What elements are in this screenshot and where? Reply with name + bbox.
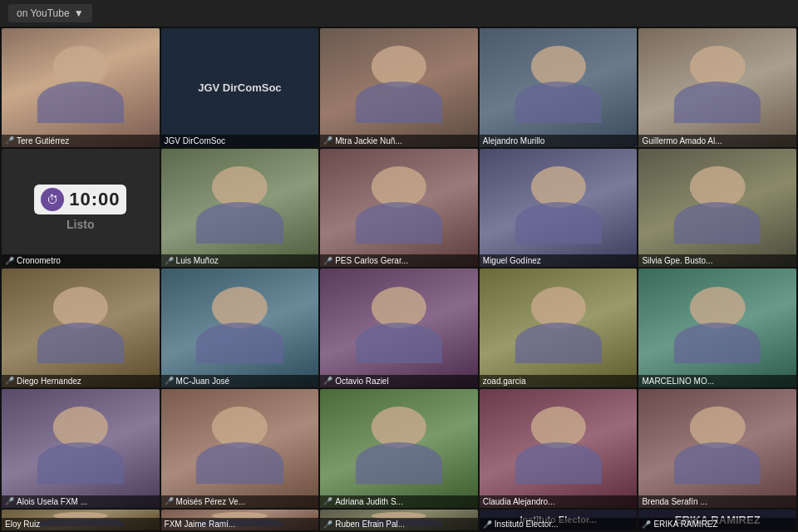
- participant-cell-21[interactable]: Eloy Ruiz: [2, 510, 160, 530]
- nameplate-text: JGV DirComSoc: [194, 77, 285, 98]
- participant-cell-20[interactable]: Brenda Serafín ...: [638, 389, 796, 508]
- participant-cell-22[interactable]: FXM Jaime Ramí...: [161, 510, 319, 530]
- participant-cell-23[interactable]: 🎤 Ruben Efrain Pal...: [320, 510, 478, 530]
- mic-muted-icon: 🎤: [5, 257, 14, 265]
- video-grid: 🎤 Tere Gutiérrez JGV DirComSoc JGV DirCo…: [0, 27, 798, 532]
- participant-name: Instituto Elector...: [495, 520, 559, 529]
- mic-muted-icon: 🎤: [165, 257, 174, 265]
- participant-name: Miguel Godínez: [483, 256, 541, 265]
- participant-cell-2[interactable]: JGV DirComSoc JGV DirComSoc: [161, 28, 319, 147]
- participant-name: Luis Muñoz: [176, 256, 219, 265]
- participant-cell-13[interactable]: 🎤 Octavio Raziel: [320, 268, 478, 387]
- participant-name: Tere Gutiérrez: [17, 136, 69, 145]
- participant-cell-8[interactable]: 🎤 PES Carlos Gerar...: [320, 149, 478, 268]
- participant-name: Diego Hernandez: [17, 377, 81, 386]
- mic-muted-icon: 🎤: [483, 520, 492, 529]
- participant-name: Mtra Jackie Nuñ...: [335, 136, 402, 145]
- participant-cell-11[interactable]: 🎤 Diego Hernandez: [2, 268, 160, 387]
- participant-name: zoad.garcia: [483, 377, 526, 386]
- timer-label: Listo: [66, 218, 94, 231]
- participant-cell-5[interactable]: Guillermo Amado Al...: [638, 28, 796, 147]
- participant-name: Guillermo Amado Al...: [642, 136, 722, 145]
- participant-cell-25[interactable]: ERIKA RAMIREZ 🎤 ERIKA RAMIREZ: [638, 510, 796, 530]
- participant-cell-3[interactable]: 🎤 Mtra Jackie Nuñ...: [320, 28, 478, 147]
- mic-muted-icon: 🎤: [323, 520, 332, 529]
- participant-name: MARCELINO MO...: [642, 377, 714, 386]
- mic-muted-icon: 🎤: [165, 497, 174, 505]
- participant-name: FXM Jaime Ramí...: [165, 520, 236, 529]
- mic-muted-icon: 🎤: [323, 377, 332, 385]
- participant-name: Octavio Raziel: [335, 377, 388, 386]
- mic-muted-icon: 🎤: [5, 497, 14, 505]
- chevron-down-icon: ▼: [74, 7, 84, 19]
- participant-cell-14[interactable]: zoad.garcia: [480, 268, 638, 387]
- mic-muted-icon: 🎤: [642, 520, 651, 529]
- youtube-button[interactable]: on YouTube ▼: [8, 4, 92, 22]
- participant-name: MC-Juan José: [176, 377, 229, 386]
- timer-display: 10:00: [69, 189, 120, 210]
- participant-name: Silvia Gpe. Busto...: [642, 256, 712, 265]
- mic-muted-icon: 🎤: [165, 377, 174, 385]
- participant-name: Brenda Serafín ...: [642, 497, 707, 506]
- mic-muted-icon: 🎤: [5, 136, 14, 145]
- participant-cell-4[interactable]: Alejandro Murillo: [480, 28, 638, 147]
- participant-name: Ruben Efrain Pal...: [335, 520, 405, 529]
- participant-name: Alois Usela FXM ...: [17, 497, 87, 506]
- participant-cell-12[interactable]: 🎤 MC-Juan José: [161, 268, 319, 387]
- participant-cell-10[interactable]: Silvia Gpe. Busto...: [638, 149, 796, 268]
- youtube-label: on YouTube: [17, 7, 70, 19]
- participant-name: Cronometro: [17, 256, 61, 265]
- participant-name: Claudia Alejandro...: [483, 497, 555, 506]
- participant-cell-1[interactable]: 🎤 Tere Gutiérrez: [2, 28, 160, 147]
- participant-cell-17[interactable]: 🎤 Moisés Pérez Ve...: [161, 389, 319, 508]
- participant-cell-6[interactable]: ⏱ 10:00 Listo 🎤 Cronometro: [2, 149, 160, 268]
- participant-cell-15[interactable]: MARCELINO MO...: [638, 268, 796, 387]
- participant-name: ERIKA RAMIREZ: [653, 520, 717, 529]
- participant-name: Eloy Ruiz: [5, 520, 40, 529]
- participant-cell-24[interactable]: Instituto Elector... 🎤 Instituto Elector…: [480, 510, 638, 530]
- participant-name: Moisés Pérez Ve...: [176, 497, 245, 506]
- mic-muted-icon: 🎤: [323, 136, 332, 145]
- mic-muted-icon: 🎤: [323, 257, 332, 265]
- participant-cell-7[interactable]: 🎤 Luis Muñoz: [161, 149, 319, 268]
- timer-logo: ⏱: [41, 188, 64, 211]
- mic-muted-icon: 🎤: [5, 377, 14, 385]
- participant-cell-19[interactable]: Claudia Alejandro...: [480, 389, 638, 508]
- participant-cell-9[interactable]: Miguel Godínez: [480, 149, 638, 268]
- app-container: on YouTube ▼ 🎤 Tere Gutiérrez JGV DirCom…: [0, 0, 798, 532]
- participant-cell-18[interactable]: 🎤 Adriana Judith S...: [320, 389, 478, 508]
- participant-name: PES Carlos Gerar...: [335, 256, 408, 265]
- mic-muted-icon: 🎤: [323, 497, 332, 505]
- participant-name: Alejandro Murillo: [483, 136, 544, 145]
- top-bar: on YouTube ▼: [0, 0, 798, 27]
- participant-name: Adriana Judith S...: [335, 497, 403, 506]
- participant-cell-16[interactable]: 🎤 Alois Usela FXM ...: [2, 389, 160, 508]
- participant-name: JGV DirComSoc: [165, 136, 225, 145]
